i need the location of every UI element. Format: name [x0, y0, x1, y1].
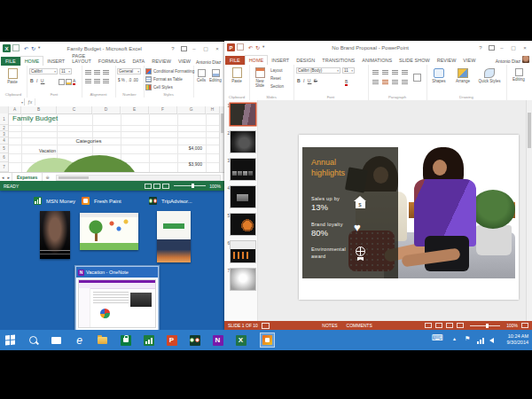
powerpoint-button[interactable]: P: [166, 334, 177, 346]
chart-title[interactable]: Categories: [57, 138, 121, 144]
fresh-paint-button[interactable]: [260, 332, 275, 348]
font-size-select[interactable]: 11▾: [342, 67, 355, 74]
number-format-buttons[interactable]: $ % , .0 .00: [118, 78, 138, 82]
close-button[interactable]: ×: [520, 43, 529, 52]
comments-button[interactable]: COMMENTS: [347, 323, 372, 328]
excel-tab-insert[interactable]: INSERT: [43, 57, 68, 66]
account-avatar[interactable]: [522, 56, 529, 63]
undo-button[interactable]: ↶: [248, 45, 253, 51]
ppt-tab-slideshow[interactable]: SLIDE SHOW: [395, 56, 434, 65]
align-left-icon[interactable]: [85, 79, 91, 83]
undo-button[interactable]: ↶: [24, 46, 28, 51]
redo-button[interactable]: ↻: [255, 45, 260, 51]
slide-thumbnail-2[interactable]: [231, 131, 255, 153]
onenote-preview-window[interactable]: N Vacation - OneNote: [75, 266, 159, 331]
align-right-icon[interactable]: [392, 80, 398, 84]
slide-thumbnail-5[interactable]: [231, 214, 255, 235]
touch-keyboard-icon[interactable]: ⌨: [432, 333, 443, 342]
conditional-formatting-button[interactable]: Conditional Formatting: [145, 68, 194, 74]
slideshow-view-button[interactable]: [457, 323, 464, 328]
align-center-icon[interactable]: [382, 80, 388, 84]
internet-explorer-button[interactable]: e: [74, 334, 85, 346]
slide-sorter-view-button[interactable]: [435, 323, 442, 328]
new-sheet-button[interactable]: ⊕: [43, 175, 51, 180]
slide-thumbnail-6[interactable]: [231, 241, 255, 262]
volume-icon[interactable]: [489, 338, 494, 343]
horizontal-scrollbar[interactable]: [56, 175, 221, 181]
vertical-scrollbar[interactable]: [526, 100, 532, 321]
fill-color-icon[interactable]: [66, 79, 72, 85]
slide-thumbnail-1[interactable]: [231, 104, 255, 125]
excel-tab-home[interactable]: HOME: [20, 56, 44, 66]
tray-expand-icon[interactable]: ▴: [453, 335, 456, 341]
ppt-tab-view[interactable]: VIEW: [459, 56, 479, 65]
ribbon-display-options-button[interactable]: [488, 43, 495, 52]
align-left-icon[interactable]: [372, 80, 379, 84]
restore-button[interactable]: ▢: [509, 43, 518, 52]
help-button[interactable]: ?: [168, 44, 177, 53]
zoom-slider[interactable]: [470, 325, 500, 326]
file-explorer-button[interactable]: [97, 334, 108, 346]
editing-button[interactable]: Editing: [509, 68, 528, 82]
layout-button[interactable]: Layout: [270, 68, 283, 73]
normal-view-button[interactable]: [425, 323, 432, 328]
ppt-tab-home[interactable]: HOME: [245, 55, 269, 65]
ppt-tab-file[interactable]: FILE: [225, 56, 245, 65]
bullets-icon[interactable]: [372, 70, 379, 74]
section-button[interactable]: Section: [270, 84, 284, 89]
slide-heading[interactable]: Annual highlights: [311, 158, 345, 178]
normal-view-button[interactable]: [145, 184, 152, 189]
cell-value-3900[interactable]: $3,900: [176, 161, 202, 167]
help-button[interactable]: ?: [476, 43, 485, 52]
msn-money-button[interactable]: [143, 334, 154, 346]
zoom-slider[interactable]: [174, 185, 206, 186]
font-size-select[interactable]: 11▾: [59, 68, 72, 74]
cells-button[interactable]: Cells: [195, 69, 207, 82]
font-style-buttons[interactable]: B I U: [30, 78, 44, 83]
tray-clock[interactable]: 10:24 AM 9/30/2014: [507, 333, 528, 346]
font-color-icon[interactable]: B: [345, 79, 348, 86]
slide-thumbnail-7[interactable]: [231, 269, 255, 290]
align-top-icon[interactable]: [85, 70, 91, 74]
new-slide-button[interactable]: New Slide: [251, 67, 269, 88]
tripadvisor-preview[interactable]: [157, 211, 191, 262]
minimize-button[interactable]: –: [190, 44, 199, 53]
cell-family-budget[interactable]: Family Budget: [12, 114, 58, 122]
zoom-level[interactable]: 100%: [506, 323, 518, 328]
wrap-text-icon[interactable]: [103, 70, 109, 74]
numbering-icon[interactable]: [382, 70, 388, 74]
excel-tab-data[interactable]: DATA: [129, 57, 148, 66]
page-layout-view-button[interactable]: [153, 184, 160, 189]
scrollbar-thumb[interactable]: [59, 176, 89, 179]
paste-button[interactable]: Paste: [228, 67, 246, 83]
account-name[interactable]: Antonio Diaz: [496, 59, 520, 64]
excel-button[interactable]: X: [235, 334, 246, 346]
indent-icon[interactable]: [392, 70, 398, 74]
zoom-level[interactable]: 100%: [209, 184, 221, 189]
tripadvisor-button[interactable]: [189, 334, 200, 346]
number-format-select[interactable]: General▾: [117, 68, 141, 74]
search-button[interactable]: [27, 334, 39, 346]
slide-photo[interactable]: Annual highlights Sales up by 13% $ Bran…: [302, 147, 515, 278]
align-middle-icon[interactable]: [94, 70, 100, 74]
onenote-button[interactable]: N: [212, 334, 223, 346]
cell-styles-button[interactable]: Cell Styles: [145, 84, 173, 90]
justify-icon[interactable]: [402, 80, 408, 84]
format-as-table-button[interactable]: Format as Table: [145, 76, 183, 82]
onenote-preview-titlebar[interactable]: N Vacation - OneNote: [76, 267, 158, 278]
fit-slide-button[interactable]: [521, 323, 528, 328]
sheet-area[interactable]: A B C D E F G H 1 2 3 4 5 6 7: [0, 106, 224, 172]
app-label-fresh-paint[interactable]: Fresh Paint: [82, 197, 121, 205]
ppt-tab-insert[interactable]: INSERT: [268, 56, 293, 65]
zoom-slider-thumb[interactable]: [192, 184, 194, 188]
msn-money-preview[interactable]: [40, 211, 70, 259]
slide-thumbnail-3[interactable]: [231, 159, 255, 180]
merge-center-icon[interactable]: [103, 79, 109, 83]
notes-button[interactable]: NOTES: [322, 323, 337, 328]
excel-tab-formulas[interactable]: FORMULAS: [95, 57, 129, 66]
ppt-tab-transitions[interactable]: TRANSITIONS: [318, 56, 358, 65]
start-button[interactable]: [4, 334, 16, 346]
text-direction-icon[interactable]: [413, 74, 421, 82]
arrange-button[interactable]: Arrange: [451, 68, 474, 83]
redo-button[interactable]: ↻: [31, 46, 35, 51]
